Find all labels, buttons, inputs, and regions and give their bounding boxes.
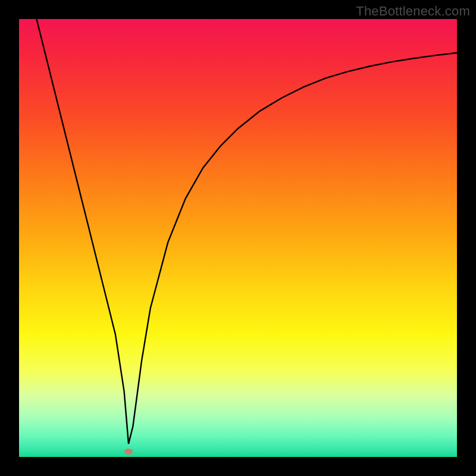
bottleneck-curve	[19, 19, 457, 457]
optimum-marker	[124, 449, 133, 455]
chart-frame: TheBottleneck.com	[0, 0, 476, 476]
curve-path	[36, 19, 457, 444]
plot-area	[19, 19, 457, 457]
watermark-text: TheBottleneck.com	[356, 4, 470, 19]
